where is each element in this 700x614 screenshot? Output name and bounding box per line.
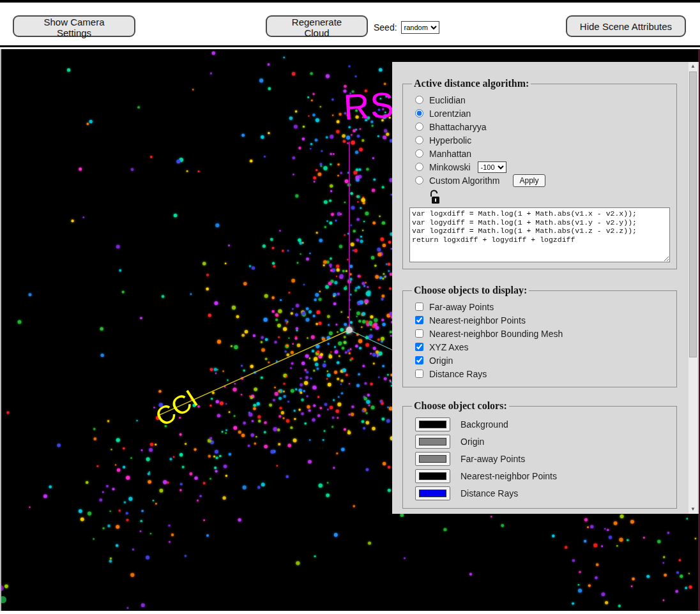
algo-option-hyperbolic[interactable]: Hyperbolic [409,133,670,147]
bounding-mesh-checkbox[interactable] [415,329,423,338]
seed-select[interactable]: random [401,21,439,34]
xyz-axes-checkbox[interactable] [415,343,423,351]
bhattacharyya-radio[interactable] [415,123,423,131]
nearest-neighbor-points-label: Nearest-neighbor Points [429,315,526,326]
xyz-axes-label: XYZ Axes [429,342,468,352]
nearest-neighbor-color-picker[interactable] [415,469,450,483]
seed-label: Seed: [374,22,397,33]
display-nearest-neighbor-points[interactable]: Nearest-neighbor Points [409,313,670,327]
background-color-picker[interactable] [415,417,450,431]
minkowski-exponent-select[interactable]: -100 [478,161,506,173]
custom-algorithm-radio[interactable] [415,176,423,184]
custom-algorithm-code-textarea[interactable]: var logxdiff = Math.log(1 + Math.abs(v1.… [409,207,670,262]
bhattacharyya-label: Bhattacharyya [429,122,487,132]
far-away-points-color-picker[interactable] [415,452,450,466]
object-colors-fieldset: Choose object colors: Background Origin … [402,400,677,509]
scene-attributes-panel: Active distance algorithm: Euclidian Lor… [392,62,699,514]
minkowski-label: Minkowski [429,162,471,172]
scrollbar-thumb[interactable] [689,71,697,357]
far-away-points-label: Far-away Points [429,302,494,312]
algo-option-minkowski[interactable]: Minkowski -100 [409,160,670,174]
manhattan-radio[interactable] [415,149,423,158]
objects-display-fieldset: Choose objects to display: Far-away Poin… [402,285,677,387]
algo-option-manhattan[interactable]: Manhattan [409,147,670,160]
hyperbolic-radio[interactable] [415,136,423,144]
open-padlock-icon [409,188,670,205]
minkowski-radio[interactable] [415,163,423,171]
nearest-neighbor-color-label: Nearest-neighbor Points [460,471,557,481]
hyperbolic-label: Hyperbolic [429,135,471,146]
color-row-origin: Origin [409,433,670,450]
far-away-points-color-label: Far-away Points [460,454,525,464]
origin-color-picker[interactable] [415,435,450,449]
lorentzian-label: Lorentzian [429,109,471,119]
display-bounding-mesh[interactable]: Nearest-neighbor Bounding Mesh [409,327,670,340]
distance-rays-checkbox[interactable] [415,370,423,378]
origin-checkbox[interactable] [415,356,423,364]
origin-label: Origin [429,356,453,366]
algo-option-euclidian[interactable]: Euclidian [409,93,670,107]
regenerate-cloud-button[interactable]: Regenerate Cloud [266,15,368,37]
algo-option-bhattacharyya[interactable]: Bhattacharyya [409,120,670,133]
scrollbar-down-arrow-icon[interactable]: ▼ [689,505,697,514]
color-row-nearest-neighbor: Nearest-neighbor Points [409,467,670,484]
origin-marker [346,327,353,333]
color-row-background: Background [409,416,670,433]
far-away-points-checkbox[interactable] [415,303,423,311]
3d-scene-viewport[interactable]: RSI CCI Active distance algorithm: Eucli… [0,49,700,611]
euclidian-label: Euclidian [429,95,466,105]
display-origin[interactable]: Origin [409,354,670,367]
distance-rays-label: Distance Rays [429,369,487,379]
color-row-far-away: Far-away Points [409,450,670,467]
origin-color-label: Origin [460,437,484,447]
display-distance-rays[interactable]: Distance Rays [409,367,670,380]
distance-algorithm-fieldset: Active distance algorithm: Euclidian Lor… [402,78,677,269]
apply-button[interactable]: Apply [513,174,545,187]
euclidian-radio[interactable] [415,96,423,104]
manhattan-label: Manhattan [429,149,471,159]
distance-rays-color-picker[interactable] [415,486,450,500]
color-row-distance-rays: Distance Rays [409,484,670,502]
window-bottom-border [0,611,700,614]
background-color-label: Background [460,419,508,430]
display-xyz-axes[interactable]: XYZ Axes [409,340,670,354]
object-colors-legend: Choose object colors: [412,400,509,412]
show-camera-settings-button[interactable]: Show Camera Settings [13,15,135,37]
algo-option-lorentzian[interactable]: Lorentzian [409,107,670,120]
lorentzian-radio[interactable] [415,109,423,117]
custom-algorithm-label: Custom Algorithm [429,176,499,186]
distance-algorithm-legend: Active distance algorithm: [412,78,531,89]
display-far-away-points[interactable]: Far-away Points [409,300,670,313]
nearest-neighbor-points-checkbox[interactable] [415,316,423,324]
objects-display-legend: Choose objects to display: [412,285,529,296]
algo-option-custom[interactable]: Custom Algorithm Apply [409,174,670,187]
hide-scene-attributes-button[interactable]: Hide Scene Attributes [566,15,686,37]
panel-scrollbar[interactable]: ▲ ▼ [689,62,697,514]
bounding-mesh-label: Nearest-neighbor Bounding Mesh [429,329,563,339]
distance-rays-color-label: Distance Rays [460,488,518,498]
toolbar: Show Camera Settings Regenerate Cloud Se… [0,3,700,47]
scrollbar-up-arrow-icon[interactable]: ▲ [689,62,697,71]
